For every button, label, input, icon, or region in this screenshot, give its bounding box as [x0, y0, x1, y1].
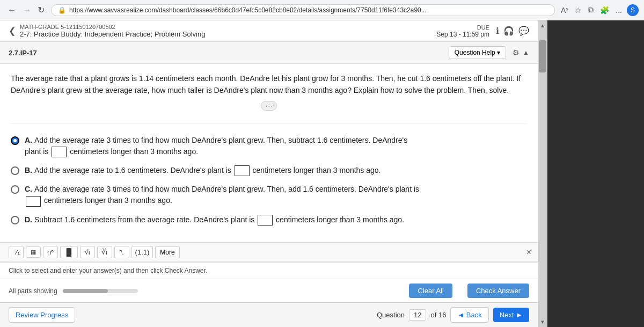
- answer-blank-d[interactable]: [258, 215, 273, 226]
- collapse-btn[interactable]: ❮: [9, 26, 16, 36]
- option-a-before: Add the average rate 3 times to find how…: [34, 136, 407, 144]
- scroll-up-arrow[interactable]: ▲: [523, 49, 529, 56]
- math-toolbar: ⁻⁄₁ ▦ nᵒ ▐▌ √i ∛i ⁿ. (1.1) More ×: [0, 242, 538, 262]
- question-content: The average rate that a plant grows is 1…: [0, 64, 538, 242]
- scroll-down-btn[interactable]: ▼: [539, 318, 546, 326]
- question-header: 2.7.IP-17 Question Help ▾ ⚙ ▲: [0, 42, 538, 64]
- question-label: Question: [377, 311, 405, 319]
- question-number: 12: [409, 309, 426, 321]
- radio-b[interactable]: [11, 166, 19, 175]
- more-browser-btn[interactable]: ...: [614, 5, 624, 16]
- lock-icon: 🔒: [58, 6, 66, 14]
- close-toolbar-btn[interactable]: ×: [526, 248, 531, 257]
- all-parts-label: All parts showing: [9, 287, 57, 295]
- due-label: DUE: [436, 24, 489, 31]
- radio-d[interactable]: [11, 216, 19, 224]
- due-info: DUE Sep 13 - 11:59 pm: [436, 24, 489, 38]
- option-c-label: C.: [25, 185, 34, 193]
- answer-options: A. Add the average rate 3 times to find …: [11, 135, 527, 226]
- all-parts-row: All parts showing Clear All Check Answer: [0, 279, 538, 302]
- radio-c[interactable]: [11, 185, 19, 194]
- option-c-before: Add the average rate 3 times to find how…: [34, 185, 419, 193]
- option-c[interactable]: C. Add the average rate 3 times to find …: [11, 184, 527, 206]
- main-panel: ❮ MATH-GRADE 5-121150120700502 2-7: Prac…: [0, 20, 538, 327]
- header-icons: ℹ 🎧 💬: [496, 26, 529, 36]
- option-c-text: C. Add the average rate 3 times to find …: [25, 184, 527, 206]
- bottom-section: Click to select and enter your answer(s)…: [0, 262, 538, 279]
- url-text: https://www.savvasrealize.com/dashboard/…: [69, 6, 548, 14]
- progress-bar: [63, 289, 138, 293]
- option-a[interactable]: A. Add the average rate 3 times to find …: [11, 135, 527, 157]
- option-a-text: A. Add the average rate 3 times to find …: [25, 135, 527, 157]
- question-help-btn[interactable]: Question Help ▾: [449, 46, 506, 59]
- check-answer-btn[interactable]: Check Answer: [467, 284, 529, 298]
- clear-all-btn[interactable]: Clear All: [409, 284, 452, 298]
- gear-icon[interactable]: ⚙: [513, 48, 519, 57]
- option-b[interactable]: B. Add the average rate to 1.6 centimete…: [11, 165, 527, 176]
- answer-blank-b[interactable]: [235, 165, 250, 176]
- scroll-up-btn[interactable]: ▲: [539, 21, 546, 30]
- problem-text: The average rate that a plant grows is 1…: [11, 72, 527, 124]
- cbrt-btn[interactable]: ∛i: [97, 246, 112, 258]
- option-b-text: B. Add the average rate to 1.6 centimete…: [25, 165, 527, 176]
- refresh-btn[interactable]: ↻: [35, 4, 47, 16]
- question-nav: Question 12 of 16 ◄ Back Next ►: [377, 307, 529, 323]
- problem-statement: The average rate that a plant grows is 1…: [11, 72, 527, 97]
- option-a-after: centimeters longer than 3 months ago.: [70, 147, 198, 156]
- click-hint: Click to select and enter your answer(s)…: [9, 267, 207, 274]
- option-d[interactable]: D. Subtract 1.6 centimeters from the ave…: [11, 214, 527, 226]
- right-sidebar: [547, 20, 644, 327]
- option-c-after: centimeters longer than 3 months ago.: [44, 196, 172, 205]
- headphones-icon[interactable]: 🎧: [503, 26, 514, 36]
- more-btn[interactable]: More: [155, 246, 179, 258]
- back-btn[interactable]: ◄ Back: [450, 307, 488, 323]
- option-b-before: Add the average rate to 1.6 centimeters.…: [34, 166, 233, 175]
- option-b-label: B.: [25, 166, 34, 175]
- radio-a[interactable]: [11, 136, 19, 145]
- assignment-title: 2-7: Practice Buddy: Independent Practic…: [20, 30, 205, 38]
- browser-actions: Aˢ ☆ ⧉ 🧩 ... S: [559, 4, 639, 16]
- option-a-line2: plant is: [25, 147, 50, 156]
- breadcrumb: MATH-GRADE 5-121150120700502 2-7: Practi…: [20, 24, 205, 38]
- back-browser-btn[interactable]: ←: [5, 4, 18, 16]
- option-d-before: Subtract 1.6 centimeters from the averag…: [34, 215, 257, 224]
- forward-browser-btn[interactable]: →: [20, 4, 33, 16]
- exponent-btn[interactable]: nᵒ: [43, 246, 58, 258]
- extension-icon[interactable]: 🧩: [598, 5, 611, 16]
- option-d-text: D. Subtract 1.6 centimeters from the ave…: [25, 214, 527, 226]
- mixed-num-btn[interactable]: ▦: [26, 246, 41, 258]
- profile-icon[interactable]: S: [627, 4, 639, 16]
- option-d-label: D.: [25, 215, 34, 224]
- answer-blank-a[interactable]: [52, 147, 67, 157]
- footer-nav: Review Progress Question 12 of 16 ◄ Back…: [0, 302, 538, 327]
- option-a-label: A.: [25, 136, 34, 144]
- fraction-btn[interactable]: ⁻⁄₁: [9, 246, 24, 258]
- assignment-header: ❮ MATH-GRADE 5-121150120700502 2-7: Prac…: [0, 20, 538, 42]
- chat-icon[interactable]: 💬: [518, 26, 529, 36]
- sqrt-btn[interactable]: √i: [80, 246, 95, 258]
- scrollbar: ▲ ▼: [538, 20, 547, 327]
- scroll-thumb[interactable]: [539, 40, 546, 72]
- bookmark-icon[interactable]: ☆: [573, 5, 583, 16]
- nav-buttons: ← → ↻: [5, 4, 47, 16]
- due-section: DUE Sep 13 - 11:59 pm ℹ 🎧 💬: [436, 24, 529, 38]
- answer-blank-c[interactable]: [26, 196, 41, 207]
- reader-mode-btn[interactable]: Aˢ: [559, 5, 570, 16]
- content-area: ❮ MATH-GRADE 5-121150120700502 2-7: Prac…: [0, 20, 644, 327]
- option-b-after: centimeters longer than 3 months ago.: [253, 166, 381, 175]
- course-code: MATH-GRADE 5-121150120700502: [20, 24, 205, 30]
- absolute-btn[interactable]: ▐▌: [60, 246, 77, 258]
- of-label: of 16: [430, 311, 446, 319]
- info-icon[interactable]: ℹ: [496, 26, 499, 36]
- review-progress-btn[interactable]: Review Progress: [9, 307, 75, 323]
- tab-icon[interactable]: ⧉: [587, 4, 595, 16]
- due-date: Sep 13 - 11:59 pm: [436, 31, 489, 38]
- address-bar[interactable]: 🔒 https://www.savvasrealize.com/dashboar…: [51, 4, 555, 16]
- bottom-content: Click to select and enter your answer(s)…: [0, 262, 538, 327]
- number-line-btn[interactable]: (1.1): [131, 246, 153, 258]
- next-btn[interactable]: Next ►: [493, 308, 529, 322]
- option-d-after: centimeters longer than 3 months ago.: [276, 215, 404, 224]
- expand-btn[interactable]: ····: [261, 101, 277, 111]
- browser-chrome: ← → ↻ 🔒 https://www.savvasrealize.com/da…: [0, 0, 644, 20]
- decimal-btn[interactable]: ⁿ.: [114, 246, 129, 258]
